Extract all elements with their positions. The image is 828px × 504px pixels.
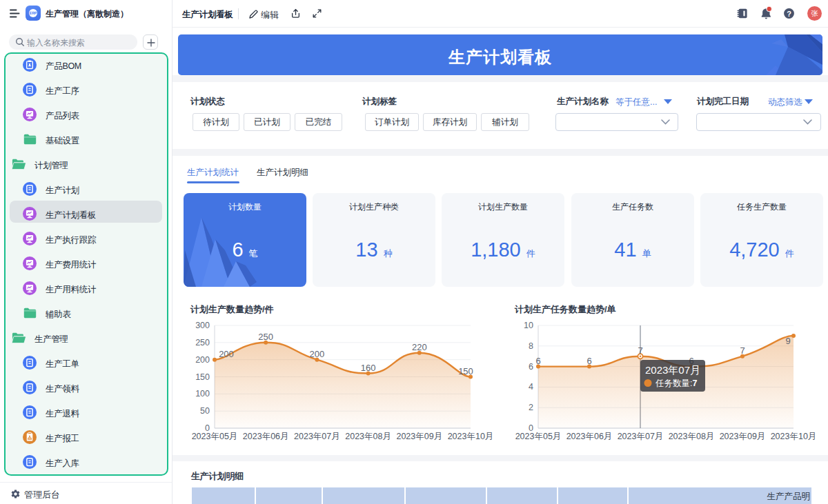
svg-text:200: 200 [195, 355, 210, 365]
svg-text:8: 8 [529, 341, 533, 351]
svg-text:2: 2 [529, 403, 533, 412]
svg-text:?: ? [787, 10, 791, 18]
svg-text:2023年08月: 2023年08月 [669, 432, 715, 441]
svg-text:2023年05月: 2023年05月 [192, 432, 238, 441]
svg-text:2023年10月: 2023年10月 [448, 432, 494, 441]
svg-text:100: 100 [195, 389, 210, 399]
svg-text:150: 150 [195, 372, 210, 382]
svg-text:150: 150 [458, 366, 473, 376]
svg-text:2023年09月: 2023年09月 [720, 432, 766, 441]
svg-text:任务数量:7: 任务数量:7 [655, 379, 697, 388]
svg-text:300: 300 [195, 321, 210, 330]
svg-text:10: 10 [524, 321, 533, 330]
svg-text:50: 50 [200, 406, 210, 416]
svg-text:2023年07月: 2023年07月 [645, 364, 700, 376]
svg-text:2023年10月: 2023年10月 [771, 432, 817, 441]
svg-text:2023年06月: 2023年06月 [566, 432, 613, 441]
svg-text:250: 250 [195, 338, 210, 347]
svg-text:250: 250 [258, 332, 273, 342]
svg-text:220: 220 [412, 342, 427, 352]
svg-text:6: 6 [529, 362, 533, 372]
svg-text:2023年08月: 2023年08月 [345, 432, 391, 441]
svg-text:200: 200 [310, 349, 325, 359]
svg-text:6: 6 [535, 356, 540, 366]
svg-text:4: 4 [529, 382, 533, 392]
svg-text:7: 7 [740, 345, 745, 356]
svg-text:2023年07月: 2023年07月 [294, 432, 340, 441]
svg-text:2023年06月: 2023年06月 [243, 432, 289, 441]
svg-text:200: 200 [219, 349, 234, 359]
svg-text:9: 9 [785, 336, 790, 346]
svg-text:6: 6 [586, 356, 591, 366]
svg-text:2023年09月: 2023年09月 [396, 432, 442, 441]
svg-text:2023年05月: 2023年05月 [515, 432, 562, 441]
svg-text:7: 7 [638, 345, 642, 356]
svg-text:2023年07月: 2023年07月 [618, 432, 664, 441]
svg-text:160: 160 [361, 363, 376, 373]
